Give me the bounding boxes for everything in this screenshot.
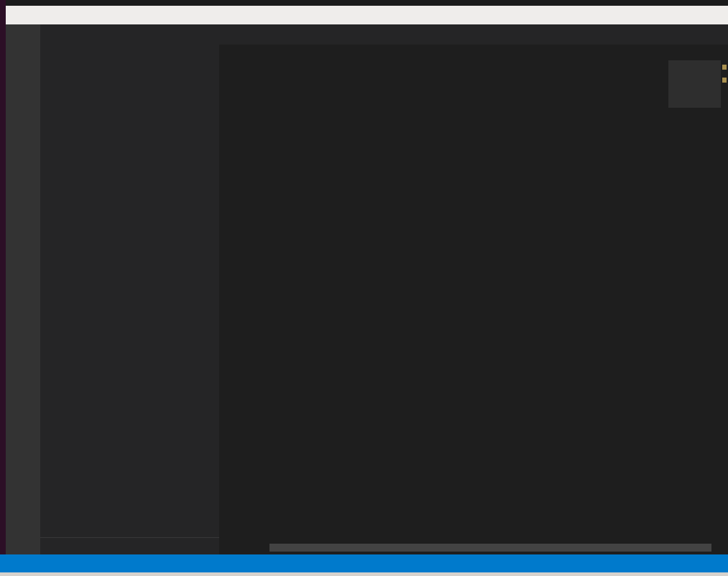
horizontal-scrollbar[interactable] xyxy=(269,544,711,552)
desktop-bottom-edge xyxy=(0,572,728,576)
breadcrumb xyxy=(219,45,728,60)
warning-mark xyxy=(722,78,727,83)
editor-group xyxy=(219,24,728,554)
workspace-section-header[interactable] xyxy=(40,47,219,65)
status-bar xyxy=(0,554,728,572)
tab-bar xyxy=(219,24,728,45)
activity-bar xyxy=(6,24,40,554)
warning-mark xyxy=(722,65,727,70)
explorer-header xyxy=(40,24,219,47)
desktop-edge xyxy=(0,0,6,554)
menu-bar xyxy=(6,6,728,24)
outline-section-header[interactable] xyxy=(40,537,219,554)
code-editor[interactable] xyxy=(219,60,728,554)
explorer-sidebar xyxy=(40,24,219,554)
overview-ruler[interactable] xyxy=(721,60,728,554)
window-top-edge xyxy=(6,0,728,6)
minimap[interactable] xyxy=(668,60,721,64)
